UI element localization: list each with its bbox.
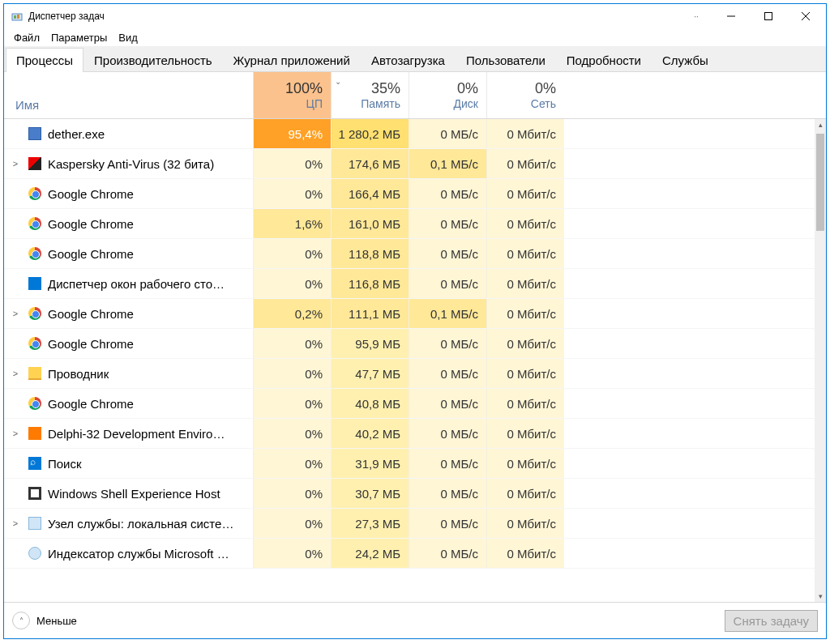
table-row[interactable]: Google Chrome0%166,4 МБ0 МБ/с0 Мбит/с [4,179,815,209]
table-row[interactable]: >Проводник0%47,7 МБ0 МБ/с0 Мбит/с [4,359,815,389]
network-cell: 0 Мбит/с [486,119,564,148]
memory-cell: 40,2 МБ [331,419,409,448]
table-row[interactable]: Google Chrome0%40,8 МБ0 МБ/с0 Мбит/с [4,389,815,419]
maximize-button[interactable] [750,4,787,28]
titlebar[interactable]: Диспетчер задач ·· [4,4,826,28]
network-cell: 0 Мбит/с [486,539,564,568]
tab-app-history[interactable]: Журнал приложений [223,48,361,72]
process-icon [27,307,43,320]
network-cell: 0 Мбит/с [486,269,564,298]
net-pct: 0% [535,80,556,97]
titlebar-divider: ·· [680,12,712,21]
disk-cell: 0 МБ/с [409,509,486,538]
disk-cell: 0 МБ/с [409,389,486,418]
scroll-track[interactable] [815,130,826,591]
cpu-cell: 0% [253,179,331,208]
tab-processes[interactable]: Процессы [6,48,83,72]
network-cell: 0 Мбит/с [486,239,564,268]
expand-toggle[interactable]: > [4,429,27,438]
fewer-details[interactable]: ˄ Меньше [12,612,77,629]
table-row[interactable]: dether.exe95,4%1 280,2 МБ0 МБ/с0 Мбит/с [4,119,815,149]
cpu-pct: 100% [285,80,323,97]
memory-cell: 111,1 МБ [331,299,409,328]
memory-cell: 174,6 МБ [331,149,409,178]
table-row[interactable]: Google Chrome1,6%161,0 МБ0 МБ/с0 Мбит/с [4,209,815,239]
process-icon [27,367,43,380]
table-row[interactable]: Индексатор службы Microsoft …0%24,2 МБ0 … [4,539,815,569]
tabstrip: Процессы Производительность Журнал прило… [4,46,826,72]
cpu-label: ЦП [306,97,323,110]
process-icon [27,247,43,260]
table-row[interactable]: >Delphi-32 Development Enviro…0%40,2 МБ0… [4,419,815,449]
expand-toggle[interactable]: > [4,518,27,528]
col-name[interactable]: Имя [4,72,253,118]
tab-services[interactable]: Службы [652,48,719,72]
col-cpu[interactable]: 100% ЦП [253,72,331,118]
cpu-cell: 1,6% [253,209,331,238]
menu-file[interactable]: Файл [9,30,45,45]
memory-cell: 47,7 МБ [331,359,409,388]
table-row[interactable]: Windows Shell Experience Host0%30,7 МБ0 … [4,479,815,509]
table-row[interactable]: Диспетчер окон рабочего сто…0%116,8 МБ0 … [4,269,815,299]
expand-toggle[interactable]: > [4,159,27,168]
process-name: Диспетчер окон рабочего сто… [43,277,253,291]
expand-toggle[interactable]: > [4,369,27,378]
network-cell: 0 Мбит/с [486,179,564,208]
table-row[interactable]: >Google Chrome0,2%111,1 МБ0,1 МБ/с0 Мбит… [4,299,815,329]
table-row[interactable]: Поиск0%31,9 МБ0 МБ/с0 Мбит/с [4,449,815,479]
close-button[interactable] [787,4,824,28]
disk-cell: 0 МБ/с [409,179,486,208]
vertical-scrollbar[interactable]: ▴ ▾ [815,119,826,602]
menu-options[interactable]: Параметры [46,30,112,45]
network-cell: 0 Мбит/с [486,389,564,418]
tab-details[interactable]: Подробности [556,48,652,72]
net-label: Сеть [531,97,556,110]
table-row[interactable]: >Узел службы: локальная систе…0%27,3 МБ0… [4,509,815,539]
table-row[interactable]: Google Chrome0%118,8 МБ0 МБ/с0 Мбит/с [4,239,815,269]
cpu-cell: 0% [253,479,331,508]
network-cell: 0 Мбит/с [486,449,564,478]
network-cell: 0 Мбит/с [486,299,564,328]
window-title: Диспетчер задач [28,11,680,22]
process-name: Индексатор службы Microsoft … [43,547,253,561]
process-name: dether.exe [43,127,253,141]
scroll-thumb[interactable] [816,134,824,231]
memory-cell: 1 280,2 МБ [331,119,409,148]
svg-rect-1 [14,15,16,19]
tab-startup[interactable]: Автозагрузка [361,48,456,72]
memory-cell: 116,8 МБ [331,269,409,298]
disk-pct: 0% [457,80,478,97]
process-icon [27,157,43,170]
cpu-cell: 0% [253,449,331,478]
disk-cell: 0 МБ/с [409,329,486,358]
process-name: Проводник [43,367,253,381]
network-cell: 0 Мбит/с [486,509,564,538]
cpu-cell: 0% [253,419,331,448]
menu-view[interactable]: Вид [113,30,143,45]
tab-performance[interactable]: Производительность [83,48,223,72]
cpu-cell: 95,4% [253,119,331,148]
process-icon [27,487,43,500]
table-row[interactable]: Google Chrome0%95,9 МБ0 МБ/с0 Мбит/с [4,329,815,359]
process-name: Google Chrome [43,337,253,351]
table-row[interactable]: >Kaspersky Anti-Virus (32 бита)0%174,6 М… [4,149,815,179]
scroll-up-icon[interactable]: ▴ [815,119,826,130]
end-task-button[interactable]: Снять задачу [725,610,818,632]
cpu-cell: 0% [253,509,331,538]
disk-cell: 0 МБ/с [409,449,486,478]
mem-pct: 35% [371,80,400,97]
expand-toggle[interactable]: > [4,309,27,318]
memory-cell: 118,8 МБ [331,239,409,268]
svg-rect-2 [17,15,19,19]
scroll-down-icon[interactable]: ▾ [815,591,826,602]
tab-users[interactable]: Пользователи [456,48,556,72]
col-memory[interactable]: ⌄ 35% Память [331,72,409,118]
network-cell: 0 Мбит/с [486,479,564,508]
chevron-up-icon: ˄ [12,612,30,629]
fewer-details-label: Меньше [36,615,77,627]
memory-cell: 161,0 МБ [331,209,409,238]
task-manager-window: Диспетчер задач ·· Файл Параметры Вид Пр… [3,3,827,639]
col-network[interactable]: 0% Сеть [486,72,564,118]
minimize-button[interactable] [712,4,750,28]
col-disk[interactable]: 0% Диск [409,72,486,118]
